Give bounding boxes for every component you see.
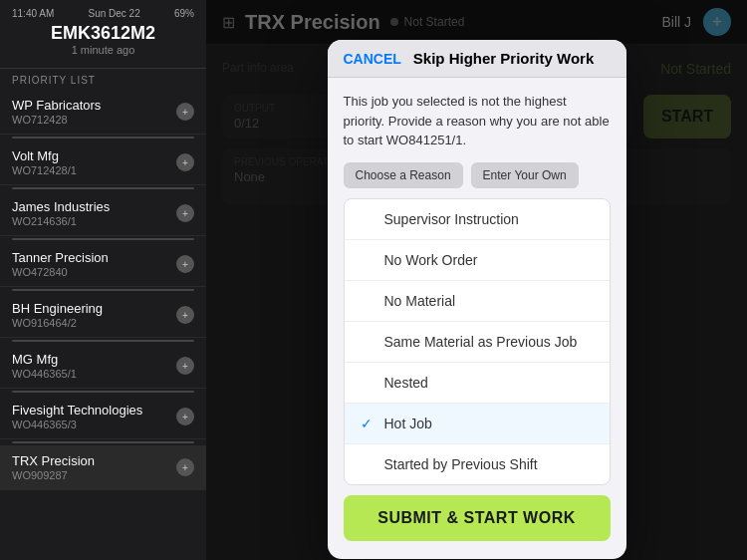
sidebar-item-wo: WO916464/2 <box>12 317 103 329</box>
modal-description: This job you selected is not the highest… <box>344 92 611 150</box>
sidebar-item-james-industries[interactable]: James Industries WO214636/1 + <box>0 191 206 236</box>
sidebar-item-name: MG Mfg <box>12 352 77 367</box>
sidebar-item-trx-precision[interactable]: TRX Precision WO909287 + <box>0 445 206 490</box>
modal-header: CANCEL Skip Higher Priority Work <box>328 40 626 78</box>
sidebar-item-icon: + <box>176 458 194 476</box>
sidebar-item-name: Tanner Precision <box>12 250 109 265</box>
sidebar-item-icon: + <box>176 153 194 171</box>
device-subtitle: 1 minute ago <box>12 44 194 56</box>
sidebar-item-icon: + <box>176 255 194 273</box>
sidebar-item-name: James Industries <box>12 199 110 214</box>
sidebar-item-name: Volt Mfg <box>12 148 77 163</box>
sidebar-item-mg-mfg[interactable]: MG Mfg WO446365/1 + <box>0 344 206 389</box>
modal-container: CANCEL Skip Higher Priority Work This jo… <box>328 40 626 559</box>
sidebar-item-wo: WO472840 <box>12 266 109 278</box>
dropdown-item-label: Hot Job <box>384 416 432 431</box>
dropdown-item-started-by-previous[interactable]: Started by Previous Shift <box>345 444 610 484</box>
dropdown-item-supervisor[interactable]: Supervisor Instruction <box>345 199 610 240</box>
date-display: Sun Dec 22 <box>88 8 139 19</box>
submit-start-button[interactable]: SUBMIT & START WORK <box>344 495 611 541</box>
sidebar-list: WP Fabricators WO712428 + Volt Mfg WO712… <box>0 90 206 560</box>
sidebar-item-tanner-precision[interactable]: Tanner Precision WO472840 + <box>0 242 206 287</box>
sidebar-item-icon: + <box>176 306 194 324</box>
sidebar: 11:40 AM Sun Dec 22 69% EMK3612M2 1 minu… <box>0 0 206 560</box>
sidebar-item-name: TRX Precision <box>12 453 95 468</box>
modal-action-buttons: Choose a Reason Enter Your Own <box>344 162 611 188</box>
sidebar-item-name: Fivesight Technologies <box>12 403 142 418</box>
sidebar-header: 11:40 AM Sun Dec 22 69% EMK3612M2 1 minu… <box>0 0 206 69</box>
status-bar: 11:40 AM Sun Dec 22 69% <box>12 8 194 19</box>
sidebar-item-wp-fabricators[interactable]: WP Fabricators WO712428 + <box>0 90 206 135</box>
sidebar-item-wo: WO712428/1 <box>12 164 77 176</box>
dropdown-item-same-material[interactable]: Same Material as Previous Job <box>345 322 610 363</box>
sidebar-item-wo: WO712428 <box>12 114 101 126</box>
modal-overlay: CANCEL Skip Higher Priority Work This jo… <box>206 0 747 560</box>
sidebar-item-icon: + <box>176 408 194 425</box>
choose-reason-button[interactable]: Choose a Reason <box>344 162 463 188</box>
dropdown-item-no-material[interactable]: No Material <box>345 281 610 322</box>
modal-title: Skip Higher Priority Work <box>413 50 594 67</box>
dropdown-item-no-work-order[interactable]: No Work Order <box>345 240 610 281</box>
enter-own-button[interactable]: Enter Your Own <box>471 162 579 188</box>
priority-list-label: PRIORITY LIST <box>0 69 206 90</box>
sidebar-item-wo: WO446365/1 <box>12 368 77 380</box>
sidebar-item-icon: + <box>176 357 194 375</box>
sidebar-item-bh-engineering[interactable]: BH Engineering WO916464/2 + <box>0 293 206 338</box>
dropdown-item-hot-job[interactable]: ✓ Hot Job <box>345 404 610 444</box>
dropdown-item-nested[interactable]: Nested <box>345 363 610 404</box>
dropdown-item-label: Supervisor Instruction <box>384 211 519 227</box>
dropdown-item-label: Started by Previous Shift <box>384 456 538 472</box>
sidebar-item-wo: WO446365/3 <box>12 419 142 430</box>
sidebar-item-wo: WO909287 <box>12 469 95 481</box>
dropdown-item-label: No Material <box>384 293 456 309</box>
device-name: EMK3612M2 <box>12 23 194 44</box>
sidebar-item-name: WP Fabricators <box>12 98 101 113</box>
main-panel: ⊞ TRX Precision Not Started Bill J + Par… <box>206 0 747 560</box>
reason-dropdown: Supervisor Instruction No Work Order No … <box>344 198 611 485</box>
battery-display: 69% <box>174 8 194 19</box>
sidebar-item-icon: + <box>176 103 194 121</box>
sidebar-item-name: BH Engineering <box>12 301 103 316</box>
dropdown-item-label: No Work Order <box>384 252 478 268</box>
check-icon: ✓ <box>361 416 376 431</box>
time-display: 11:40 AM <box>12 8 54 19</box>
sidebar-item-icon: + <box>176 204 194 222</box>
dropdown-item-label: Same Material as Previous Job <box>384 334 578 350</box>
sidebar-item-volt-mfg[interactable]: Volt Mfg WO712428/1 + <box>0 140 206 185</box>
dropdown-item-label: Nested <box>384 375 428 391</box>
cancel-button[interactable]: CANCEL <box>344 51 401 67</box>
sidebar-item-fivesight-technologies[interactable]: Fivesight Technologies WO446365/3 + <box>0 395 206 439</box>
sidebar-item-wo: WO214636/1 <box>12 215 110 227</box>
modal-body: This job you selected is not the highest… <box>328 78 626 559</box>
